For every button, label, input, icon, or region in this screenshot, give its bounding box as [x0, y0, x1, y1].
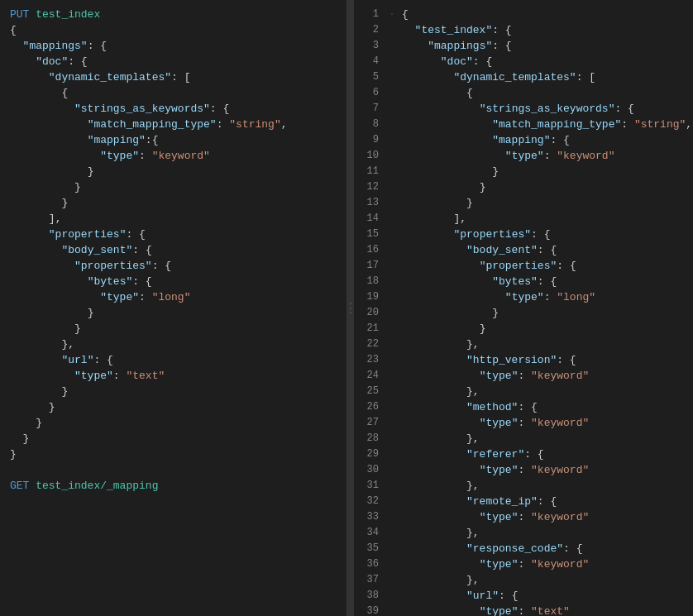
left-code-line: "bytes": { [10, 274, 337, 289]
line-number: 2 [354, 22, 385, 38]
line-number: 37 [354, 572, 385, 588]
left-code-line: GET test_index/_mapping [10, 478, 337, 494]
line-number: 23 [354, 352, 385, 368]
left-code-line: "dynamic_templates": [ [10, 69, 337, 85]
gutter: · [385, 0, 399, 616]
right-code-line: }, [402, 478, 690, 494]
line-number: 11 [354, 164, 385, 179]
right-code-line: "type": "keyword" [402, 462, 690, 478]
right-code-line: "http_version": { [402, 352, 690, 368]
left-code-line: } [10, 415, 337, 431]
line-number: 33 [354, 509, 385, 525]
left-code-line: "properties": { [10, 227, 337, 242]
right-code-line: { [402, 85, 690, 101]
line-number: 7 [354, 101, 385, 117]
right-code-line: "properties": { [402, 258, 690, 274]
left-code-block: PUT test_index{ "mappings": { "doc": { "… [10, 7, 337, 494]
line-number: 18 [354, 274, 385, 289]
line-number: 16 [354, 242, 385, 258]
right-code-line: "type": "keyword" [402, 556, 690, 572]
right-code-line: }, [402, 525, 690, 541]
left-code-line: "doc": { [10, 54, 337, 69]
right-code-line: "method": { [402, 399, 690, 415]
right-code-line: }, [402, 384, 690, 399]
right-code-line: } [402, 179, 690, 195]
left-code-line: "type": "long" [10, 289, 337, 305]
left-code-line: } [10, 399, 337, 415]
left-code-line: "strings_as_keywords": { [10, 101, 337, 117]
right-code-line: "bytes": { [402, 274, 690, 289]
line-number: 25 [354, 384, 385, 399]
right-code-line: }, [402, 431, 690, 446]
left-code-line: } [10, 164, 337, 179]
line-numbers: 1234567891011121314151617181920212223242… [354, 0, 385, 616]
left-code-line: "body_sent": { [10, 242, 337, 258]
right-code-line: }, [402, 572, 690, 588]
line-number: 17 [354, 258, 385, 274]
line-number: 31 [354, 478, 385, 494]
line-number: 15 [354, 227, 385, 242]
right-code-line: "url": { [402, 588, 690, 604]
right-code-line: "type": "long" [402, 289, 690, 305]
line-number: 29 [354, 446, 385, 462]
left-code-line [10, 462, 337, 478]
line-number: 20 [354, 305, 385, 321]
left-code-line: "url": { [10, 352, 337, 368]
left-code-line: "mapping":{ [10, 132, 337, 148]
right-code-line: ], [402, 211, 690, 227]
right-code-line: "response_code": { [402, 541, 690, 556]
right-code-line: } [402, 195, 690, 211]
line-number: 27 [354, 415, 385, 431]
line-number: 1 [354, 7, 385, 22]
left-code-line: }, [10, 337, 337, 352]
right-code-line: "type": "keyword" [402, 415, 690, 431]
line-number: 19 [354, 289, 385, 305]
left-code-line: "type": "text" [10, 368, 337, 384]
right-code-line: "strings_as_keywords": { [402, 101, 690, 117]
right-code-line: "doc": { [402, 54, 690, 69]
line-number: 26 [354, 399, 385, 415]
left-code-line: } [10, 321, 337, 337]
left-code-line: } [10, 305, 337, 321]
line-number: 12 [354, 179, 385, 195]
left-code-line: "properties": { [10, 258, 337, 274]
line-number: 4 [354, 54, 385, 69]
right-code-line: } [402, 305, 690, 321]
panel-divider[interactable]: ⋮ [347, 0, 354, 616]
left-code-line: } [10, 195, 337, 211]
line-number: 24 [354, 368, 385, 384]
line-number: 22 [354, 337, 385, 352]
left-code-line: } [10, 179, 337, 195]
line-number: 28 [354, 431, 385, 446]
right-code-line: }, [402, 337, 690, 352]
left-editor-panel: PUT test_index{ "mappings": { "doc": { "… [0, 0, 347, 616]
right-code-line: "type": "keyword" [402, 148, 690, 164]
right-code-line: } [402, 321, 690, 337]
line-number: 32 [354, 494, 385, 509]
line-number: 3 [354, 38, 385, 54]
right-code-line: } [402, 164, 690, 179]
right-code-line: "body_sent": { [402, 242, 690, 258]
line-number: 34 [354, 525, 385, 541]
line-number: 13 [354, 195, 385, 211]
line-number: 14 [354, 211, 385, 227]
left-code-line: "mappings": { [10, 38, 337, 54]
line-number: 39 [354, 604, 385, 616]
line-number: 9 [354, 132, 385, 148]
right-code-line: "referer": { [402, 446, 690, 462]
right-code-line: "match_mapping_type": "string", [402, 117, 690, 132]
right-code-line: "test_index": { [402, 22, 690, 38]
right-code-line: "type": "text" [402, 604, 690, 616]
line-number: 30 [354, 462, 385, 478]
left-code-line: } [10, 431, 337, 446]
left-code-line: ], [10, 211, 337, 227]
line-number: 21 [354, 321, 385, 337]
right-code-line: "dynamic_templates": [ [402, 69, 690, 85]
line-number: 38 [354, 588, 385, 604]
right-code-line: "type": "keyword" [402, 368, 690, 384]
left-code-line: "match_mapping_type": "string", [10, 117, 337, 132]
right-code-line: "mapping": { [402, 132, 690, 148]
right-code-line: "mappings": { [402, 38, 690, 54]
gutter-dot: · [385, 7, 399, 22]
line-number: 5 [354, 69, 385, 85]
